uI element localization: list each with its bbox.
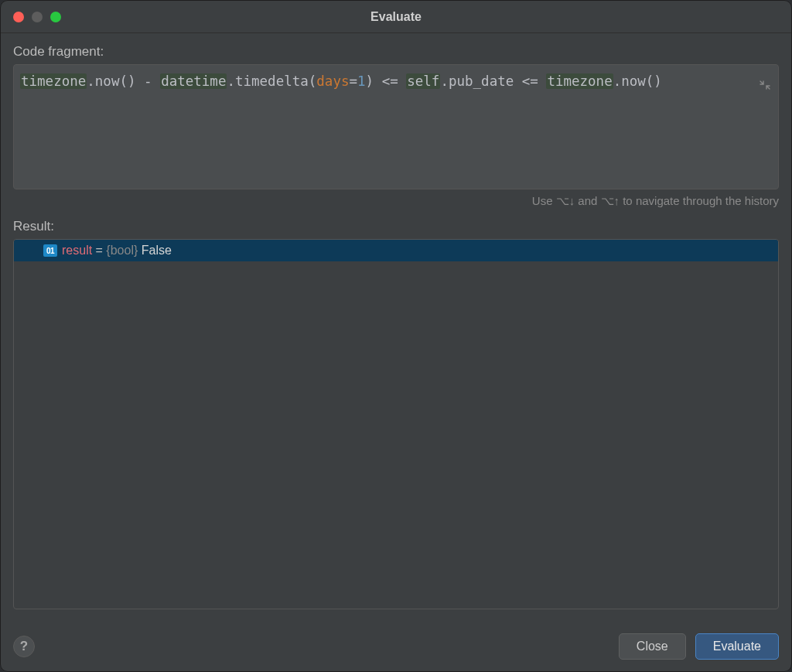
evaluate-button[interactable]: Evaluate bbox=[695, 633, 779, 660]
window-maximize-button[interactable] bbox=[50, 12, 61, 22]
collapse-icon[interactable] bbox=[760, 76, 770, 96]
result-row[interactable]: 01 result = {bool} False bbox=[14, 240, 778, 261]
window-controls bbox=[1, 12, 61, 22]
close-button[interactable]: Close bbox=[619, 633, 686, 660]
dialog-footer: ? Close Evaluate bbox=[1, 622, 791, 671]
window-close-button[interactable] bbox=[13, 12, 24, 22]
window-titlebar: Evaluate bbox=[1, 1, 791, 33]
result-value: False bbox=[142, 244, 172, 257]
result-equals: = bbox=[92, 244, 106, 257]
result-type: {bool} bbox=[106, 244, 141, 257]
help-button[interactable]: ? bbox=[13, 636, 35, 657]
history-hint: Use ⌥↓ and ⌥↑ to navigate through the hi… bbox=[13, 194, 779, 208]
window-title: Evaluate bbox=[1, 10, 791, 24]
result-variable-name: result bbox=[62, 244, 92, 257]
result-label: Result: bbox=[13, 219, 779, 234]
content-area: Code fragment: timezone.now() - datetime… bbox=[1, 33, 791, 622]
code-fragment-label: Code fragment: bbox=[13, 44, 779, 60]
bool-type-icon: 01 bbox=[43, 244, 57, 257]
result-panel: 01 result = {bool} False bbox=[13, 239, 779, 609]
code-fragment-input[interactable]: timezone.now() - datetime.timedelta(days… bbox=[13, 64, 779, 189]
window-minimize-button[interactable] bbox=[32, 12, 43, 22]
evaluate-window: Evaluate Code fragment: timezone.now() -… bbox=[0, 0, 792, 672]
